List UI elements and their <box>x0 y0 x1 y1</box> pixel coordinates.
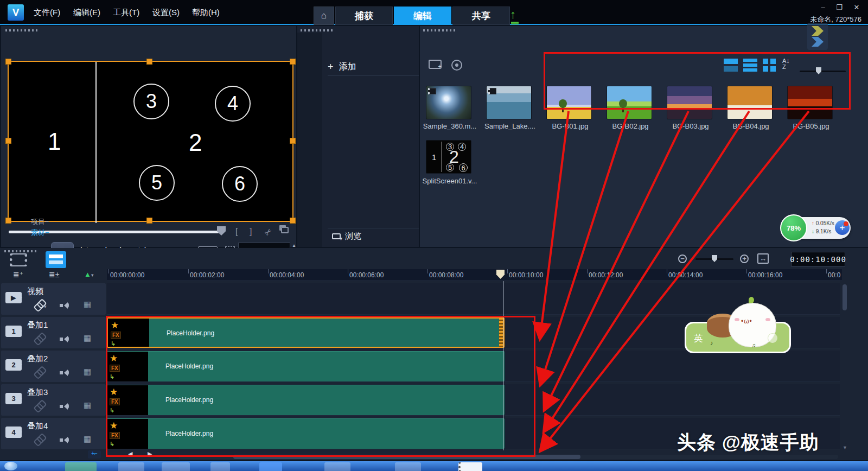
handle-mid-left[interactable] <box>5 138 11 144</box>
zoom-in-button[interactable]: + <box>740 254 749 263</box>
library-item-label[interactable]: Sample_Lake.... <box>480 122 540 130</box>
panel-drag-handle[interactable] <box>5 29 38 31</box>
vertical-scrollbar[interactable] <box>842 283 847 444</box>
clip-mode-label[interactable]: 素材− <box>31 228 49 238</box>
mark-out-button[interactable]: ] <box>250 227 252 237</box>
track-mute-icon[interactable] <box>60 335 69 345</box>
sticker-blush <box>735 318 739 321</box>
panel-drag-handle[interactable] <box>4 250 37 252</box>
track-mute-icon[interactable] <box>60 301 69 311</box>
storyboard-view-button[interactable] <box>10 253 27 266</box>
library-item-label[interactable]: BG-B03.jpg <box>661 122 720 130</box>
preview-canvas[interactable]: 1 2 3 4 5 6 <box>8 61 293 222</box>
taskbar-item-active[interactable] <box>458 462 482 471</box>
track-transparency-icon[interactable]: ▦ <box>84 367 91 377</box>
import-folder-button[interactable]: + <box>429 60 442 69</box>
menu-help[interactable]: 帮助(H) <box>192 8 220 18</box>
add-remove-track-icon[interactable]: ≣± <box>49 270 59 279</box>
link-icon[interactable]: ▾ <box>34 301 47 310</box>
zoom-out-button[interactable]: − <box>678 254 687 263</box>
memory-percent-badge[interactable]: 78% <box>780 214 807 241</box>
track-mute-icon[interactable] <box>60 436 69 445</box>
enlarge-preview-icon[interactable] <box>281 227 289 233</box>
track-header-overlay4[interactable]: 4 叠加4 ▦ <box>1 418 106 449</box>
library-item-thumbnail[interactable] <box>426 86 471 119</box>
browse-button[interactable]: 浏览 <box>345 231 361 241</box>
panel-drag-handle[interactable] <box>423 29 456 31</box>
tab-capture[interactable]: 捕获 <box>335 7 393 25</box>
library-item-label[interactable]: BG-B01.jpg <box>540 122 600 130</box>
handle-bottom-left[interactable] <box>5 218 11 224</box>
link-icon[interactable] <box>34 402 44 411</box>
minimize-button[interactable]: – <box>817 3 829 12</box>
track-header-overlay3[interactable]: 3 叠加3 ▦ <box>1 384 106 416</box>
scroll-down-icon[interactable]: ▼ <box>843 445 847 450</box>
link-icon[interactable] <box>34 435 44 445</box>
capture-options-icon[interactable] <box>451 60 462 71</box>
library-item-label[interactable]: BG-B05.jpg <box>781 122 841 130</box>
library-item-label[interactable]: SplitScreen01.v... <box>420 177 480 185</box>
track-transparency-icon[interactable]: ▦ <box>84 434 91 444</box>
handle-bottom-mid[interactable] <box>146 218 152 224</box>
fit-timeline-button[interactable]: ↔ <box>757 253 769 264</box>
track-header-overlay1[interactable]: 1 叠加1 ▦ <box>1 317 106 348</box>
timeline-ruler[interactable]: 00:00:00:00 00:00:02:00 00:00:04:00 00:0… <box>107 269 842 281</box>
track-height-icon[interactable]: +⌐ <box>88 450 101 459</box>
chroma-key-icon[interactable]: ▲▾ <box>84 270 93 278</box>
handle-mid-right[interactable] <box>290 138 296 144</box>
library-item-label[interactable]: Sample_360.m... <box>420 122 480 130</box>
network-monitor-widget[interactable]: 78% ↑ 0.05K/s ↓ 9.1K/s + <box>788 217 851 239</box>
menu-edit[interactable]: 编辑(E) <box>73 8 100 18</box>
floating-tool-icon[interactable] <box>807 23 828 50</box>
scrubber-handle[interactable] <box>217 226 226 236</box>
track-mute-icon[interactable] <box>60 368 69 378</box>
taskbar-item[interactable] <box>65 462 97 471</box>
monitor-plus-button[interactable]: + <box>835 220 850 235</box>
library-item-thumbnail[interactable]: 1 3 4 2 5 6 <box>426 140 471 174</box>
home-button[interactable]: ⌂ <box>314 7 334 25</box>
menu-tools[interactable]: 工具(T) <box>113 8 139 18</box>
link-icon[interactable] <box>34 334 44 344</box>
timeline-zoom-handle[interactable] <box>712 255 717 262</box>
close-button[interactable]: ✕ <box>851 3 863 12</box>
download-arrow-icon: ↓ <box>812 228 814 234</box>
export-up-icon[interactable]: ↑ <box>510 8 516 22</box>
track-header-video[interactable]: ▶ 视频 ▾ ▦ <box>1 283 106 315</box>
restore-button[interactable]: ❐ <box>833 3 845 12</box>
taskbar-item[interactable] <box>395 462 421 471</box>
taskbar-item[interactable] <box>162 462 190 471</box>
mark-in-button[interactable]: [ <box>235 227 238 237</box>
track-transparency-icon[interactable]: ▦ <box>84 400 91 410</box>
taskbar-item[interactable] <box>118 462 144 471</box>
track-header-overlay2[interactable]: 2 叠加2 ▦ <box>1 351 106 382</box>
handle-top-right[interactable] <box>290 59 296 65</box>
scrollbar-thumb[interactable] <box>843 284 847 310</box>
handle-top-mid[interactable] <box>146 59 152 65</box>
taskbar-item[interactable] <box>210 462 230 471</box>
handle-top-left[interactable] <box>5 59 11 65</box>
video-track-lane[interactable] <box>107 283 840 315</box>
start-button[interactable] <box>4 462 17 470</box>
tab-share[interactable]: 共享 <box>452 7 510 25</box>
menu-settings[interactable]: 设置(S) <box>152 8 180 18</box>
split-clip-icon[interactable]: ✂ <box>262 226 275 238</box>
track-transparency-icon[interactable]: ▦ <box>84 333 91 343</box>
handle-bottom-right[interactable] <box>290 218 296 224</box>
timeline-view-button[interactable] <box>46 251 66 268</box>
project-mode-label[interactable]: 项目− <box>31 217 49 227</box>
track-mute-icon[interactable] <box>60 402 69 412</box>
taskbar-item[interactable] <box>324 462 350 471</box>
duration-display[interactable]: 0:00:10:000 <box>791 252 845 266</box>
panel-drag-handle[interactable] <box>301 29 333 31</box>
tab-edit[interactable]: 编辑 <box>394 7 451 25</box>
sticker-blush <box>765 318 770 321</box>
track-manager-icon[interactable]: ≣⁺ <box>13 270 23 279</box>
library-item-thumbnail[interactable] <box>486 86 532 119</box>
taskbar-item[interactable] <box>259 462 282 471</box>
library-item-label[interactable]: BG-B04.jpg <box>721 122 781 130</box>
menu-file[interactable]: 文件(F) <box>34 8 60 18</box>
link-icon[interactable] <box>34 368 44 378</box>
library-item-label[interactable]: BG-B02.jpg <box>601 122 660 130</box>
add-category-label[interactable]: 添加 <box>339 61 356 73</box>
track-transparency-icon[interactable]: ▦ <box>84 300 91 309</box>
